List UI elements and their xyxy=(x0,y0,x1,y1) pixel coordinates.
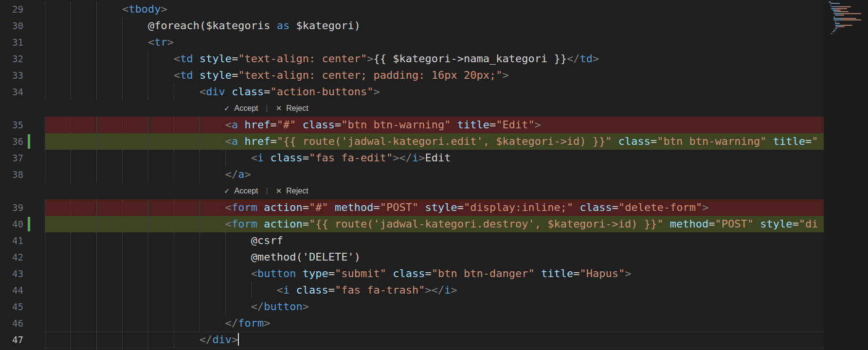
code-line-32[interactable]: 32<td style="text-align: center">{{ $kat… xyxy=(0,51,824,67)
accept-button[interactable]: ✓Accept xyxy=(224,104,258,113)
line-gutter[interactable]: 37 xyxy=(0,150,45,166)
line-gutter[interactable]: 30 xyxy=(0,18,45,34)
code-line-47[interactable]: 47</div> xyxy=(0,332,824,348)
line-content[interactable]: @foreach($kategoris as $kategori) xyxy=(45,18,824,34)
accept-button[interactable]: ✓Accept xyxy=(224,187,258,195)
line-content[interactable]: <a href="#" class="btn btn-warning" titl… xyxy=(45,117,824,133)
line-content[interactable]: <i class="fas fa-trash"></i> xyxy=(45,282,824,298)
line-gutter[interactable]: 47 xyxy=(0,332,45,348)
reject-button[interactable]: ✕Reject xyxy=(276,187,308,195)
line-gutter[interactable]: 39 xyxy=(0,199,45,216)
line-gutter[interactable]: 45 xyxy=(0,298,45,315)
line-gutter[interactable]: 31 xyxy=(0,34,45,51)
code-token: < xyxy=(148,36,154,48)
code-line-43[interactable]: 43<button type="submit" class="btn btn-d… xyxy=(0,265,824,282)
close-icon: ✕ xyxy=(276,187,282,195)
code-line-29[interactable]: 29<tbody> xyxy=(0,1,824,18)
line-gutter[interactable]: 36 xyxy=(0,133,45,150)
line-gutter[interactable]: 40 xyxy=(0,216,45,232)
code-token: "display:inline;" xyxy=(464,201,573,213)
code-token: tbody xyxy=(128,3,161,15)
minimap-line xyxy=(831,8,847,9)
code-line-34[interactable]: 34<div class="action-buttons"> xyxy=(0,84,824,100)
line-content[interactable]: <td style="text-align: center; padding: … xyxy=(45,67,824,84)
line-content[interactable]: @csrf xyxy=(45,232,824,249)
code-token: "btn btn-danger" xyxy=(432,267,535,280)
line-gutter[interactable]: 48 xyxy=(0,348,45,350)
reject-button[interactable]: ✕Reject xyxy=(276,104,308,113)
line-gutter[interactable]: 29 xyxy=(0,1,45,18)
line-content[interactable]: </td> xyxy=(45,348,824,350)
line-gutter[interactable]: 35 xyxy=(0,117,45,133)
line-content[interactable]: </a> xyxy=(45,166,824,183)
code-token: div xyxy=(206,86,225,98)
code-line-35[interactable]: 35<a href="#" class="btn btn-warning" ti… xyxy=(0,117,824,133)
code-token: "action-buttons" xyxy=(271,86,374,98)
code-line-36[interactable]: 36<a href="{{ route('jadwal-kategori.edi… xyxy=(0,133,824,150)
code-token: = xyxy=(612,201,618,213)
code-token xyxy=(573,201,579,213)
line-content[interactable]: <button type="submit" class="btn btn-dan… xyxy=(45,265,824,282)
code-token: "di xyxy=(799,218,818,230)
code-token: = xyxy=(425,267,432,280)
line-gutter[interactable]: 46 xyxy=(0,315,45,332)
code-token xyxy=(451,119,457,131)
line-content[interactable]: </button> xyxy=(45,298,824,315)
code-line-46[interactable]: 46</form> xyxy=(0,315,824,332)
code-line-42[interactable]: 42@method('DELETE') xyxy=(0,249,824,265)
code-line-40[interactable]: 40<form action="{{ route('jadwal-kategor… xyxy=(0,216,824,232)
code-token: title xyxy=(773,135,805,147)
code-line-41[interactable]: 41@csrf xyxy=(0,232,824,249)
line-gutter[interactable]: 43 xyxy=(0,265,45,282)
code-line-38[interactable]: 38</a> xyxy=(0,166,824,183)
line-gutter[interactable]: 32 xyxy=(0,51,45,67)
line-content[interactable]: <form action="#" method="POST" style="di… xyxy=(45,199,824,216)
code-token: ></ xyxy=(425,284,444,296)
line-content[interactable]: <tbody> xyxy=(45,1,824,18)
code-line-33[interactable]: 33<td style="text-align: center; padding… xyxy=(0,67,824,84)
code-token: class xyxy=(232,86,264,98)
code-line-48[interactable]: 48</td> xyxy=(0,348,824,350)
code-line-37[interactable]: 37<i class="fas fa-edit"></i>Edit xyxy=(0,150,824,166)
code-token: > xyxy=(593,52,599,65)
line-gutter[interactable]: 41 xyxy=(0,232,45,249)
code-token: style xyxy=(199,69,232,81)
line-content[interactable]: <div class="action-buttons"> xyxy=(45,84,824,100)
code-line-30[interactable]: 30@foreach($kategoris as $kategori) xyxy=(0,18,824,34)
gutter-added-indicator xyxy=(28,134,30,149)
line-gutter[interactable]: 44 xyxy=(0,282,45,298)
line-gutter[interactable]: 33 xyxy=(0,67,45,84)
line-content[interactable]: @method('DELETE') xyxy=(45,249,824,265)
code-token xyxy=(754,218,760,230)
code-token: "POST" xyxy=(380,201,418,213)
line-content[interactable]: <i class="fas fa-edit"></i>Edit xyxy=(45,150,824,166)
code-line-39[interactable]: 39<form action="#" method="POST" style="… xyxy=(0,199,824,216)
code-token: < xyxy=(122,3,128,15)
code-line-45[interactable]: 45</button> xyxy=(0,298,824,315)
line-number: 46 xyxy=(0,315,23,332)
code-token: < xyxy=(199,86,206,98)
code-token: class xyxy=(271,152,303,164)
code-token: "text-align: center" xyxy=(238,52,367,65)
code-line-31[interactable]: 31<tr> xyxy=(0,34,824,51)
line-gutter[interactable]: 34 xyxy=(0,84,45,100)
line-content[interactable]: <tr> xyxy=(45,34,824,51)
minimap[interactable] xyxy=(824,0,868,350)
line-content[interactable]: <form action="{{ route('jadwal-kategori.… xyxy=(45,216,824,232)
line-content[interactable]: </form> xyxy=(45,315,824,332)
code-area[interactable]: 29<tbody>30@foreach($kategoris as $kateg… xyxy=(0,0,824,350)
indent-guides xyxy=(45,34,148,51)
line-number: 35 xyxy=(0,117,23,133)
line-content[interactable]: <td style="text-align: center">{{ $kateg… xyxy=(45,51,824,67)
line-number: 42 xyxy=(0,249,23,265)
line-content[interactable]: </div> xyxy=(45,332,824,348)
code-token: < xyxy=(251,267,257,280)
indent-guides xyxy=(45,232,251,249)
code-token: title xyxy=(541,267,573,280)
indent-guides xyxy=(45,315,225,332)
code-line-44[interactable]: 44<i class="fas fa-trash"></i> xyxy=(0,282,824,298)
line-gutter[interactable]: 38 xyxy=(0,166,45,183)
line-gutter[interactable]: 42 xyxy=(0,249,45,265)
line-content[interactable]: <a href="{{ route('jadwal-kategori.edit'… xyxy=(45,133,824,150)
line-number: 30 xyxy=(0,18,23,34)
